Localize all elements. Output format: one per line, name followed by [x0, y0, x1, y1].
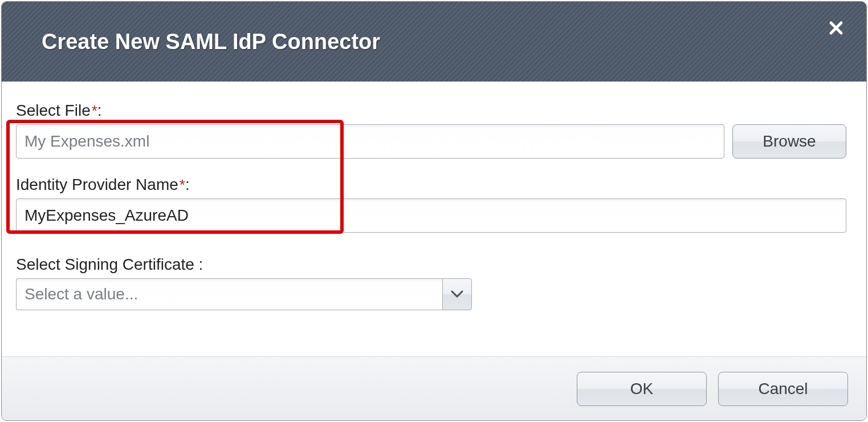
cert-section: Select Signing Certificate : Select a va… [16, 255, 846, 310]
cert-label-text: Select Signing Certificate : [16, 255, 203, 274]
idp-section: Identity Provider Name * : [16, 176, 846, 233]
idp-name-input[interactable] [16, 198, 846, 233]
file-row: Browse [16, 124, 846, 159]
idp-label: Identity Provider Name * : [16, 176, 846, 194]
dialog-footer: OK Cancel [2, 356, 866, 420]
ok-button[interactable]: OK [577, 372, 707, 406]
idp-label-suffix: : [185, 176, 190, 194]
file-label-suffix: : [97, 102, 102, 120]
browse-button[interactable]: Browse [732, 124, 846, 159]
dialog-header: Create New SAML IdP Connector [2, 2, 866, 82]
cancel-button[interactable]: Cancel [718, 372, 848, 406]
required-mark: * [180, 176, 185, 194]
dialog-body: Select File * : Browse Identity Provider… [2, 82, 866, 356]
idp-label-text: Identity Provider Name [16, 176, 178, 194]
file-input[interactable] [16, 124, 724, 159]
file-section: Select File * : Browse [16, 102, 846, 159]
cert-select-value: Select a value... [16, 278, 442, 310]
chevron-down-icon[interactable] [442, 278, 472, 310]
file-label: Select File * : [16, 102, 846, 120]
file-label-text: Select File [16, 102, 91, 120]
dialog: Create New SAML IdP Connector Select Fil… [1, 1, 867, 421]
required-mark: * [92, 102, 97, 120]
cert-label: Select Signing Certificate : [16, 255, 846, 274]
close-icon[interactable] [829, 18, 843, 40]
dialog-title: Create New SAML IdP Connector [42, 30, 380, 54]
cert-select[interactable]: Select a value... [16, 278, 472, 310]
